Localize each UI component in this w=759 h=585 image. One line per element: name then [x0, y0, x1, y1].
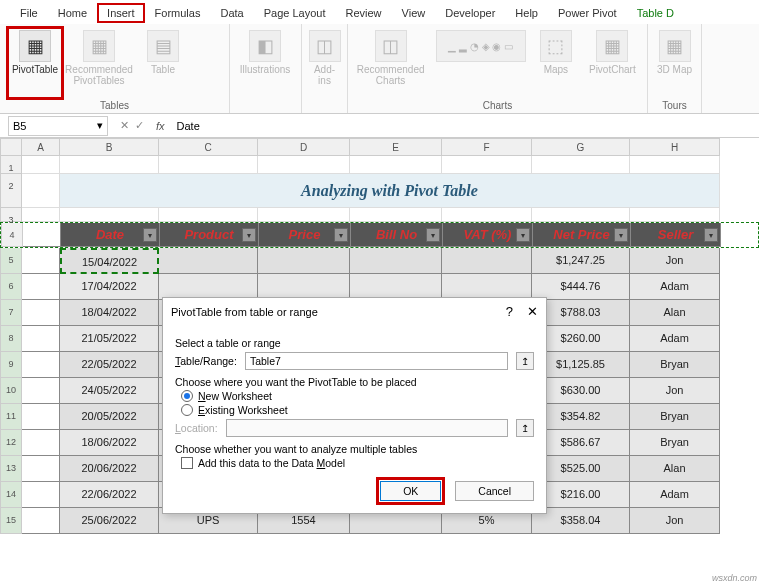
row-header-12[interactable]: 12 — [0, 430, 22, 456]
row-header-2[interactable]: 2 — [0, 174, 22, 208]
new-worksheet-radio[interactable]: New Worksheet — [181, 390, 534, 402]
row-header-1[interactable]: 1 — [0, 156, 22, 174]
col-header-F[interactable]: F — [442, 138, 532, 156]
table-header-netprice[interactable]: Net Price▾ — [533, 223, 631, 247]
addins-button[interactable]: ◫ Add- ins — [308, 26, 341, 111]
table-cell[interactable]: 18/04/2022 — [60, 300, 159, 326]
tab-table-design[interactable]: Table D — [627, 3, 684, 23]
col-header-G[interactable]: G — [532, 138, 630, 156]
pivot-chart-button[interactable]: ▦ PivotChart — [584, 26, 641, 100]
tab-help[interactable]: Help — [505, 3, 548, 23]
tab-review[interactable]: Review — [335, 3, 391, 23]
table-cell[interactable] — [159, 248, 258, 274]
tab-formulas[interactable]: Formulas — [145, 3, 211, 23]
table-range-input[interactable] — [245, 352, 508, 370]
cancel-formula-icon[interactable]: ✕ — [120, 119, 129, 132]
tab-file[interactable]: File — [10, 3, 48, 23]
tab-data[interactable]: Data — [210, 3, 253, 23]
table-cell[interactable]: Bryan — [630, 430, 720, 456]
row-header-5[interactable]: 5 — [0, 248, 22, 274]
fx-icon[interactable]: fx — [150, 120, 171, 132]
add-to-data-model-checkbox[interactable]: Add this data to the Data Model — [181, 457, 534, 469]
filter-product-icon[interactable]: ▾ — [242, 228, 256, 242]
title-cell[interactable]: Analyzing with Pivot Table — [60, 174, 720, 208]
dialog-close-icon[interactable]: ✕ — [527, 304, 538, 319]
tab-developer[interactable]: Developer — [435, 3, 505, 23]
filter-date-icon[interactable]: ▾ — [143, 228, 157, 242]
select-all-corner[interactable] — [0, 138, 22, 156]
recommended-pivot-tables-button[interactable]: ▦ Recommended PivotTables — [70, 26, 128, 100]
table-cell[interactable]: 22/05/2022 — [60, 352, 159, 378]
tab-home[interactable]: Home — [48, 3, 97, 23]
name-box-dropdown-icon[interactable]: ▾ — [97, 119, 103, 132]
row-header-14[interactable]: 14 — [0, 482, 22, 508]
collapse-location-icon[interactable]: ↥ — [516, 419, 534, 437]
col-header-A[interactable]: A — [22, 138, 60, 156]
table-cell[interactable]: 22/06/2022 — [60, 482, 159, 508]
table-cell[interactable]: Jon — [630, 248, 720, 274]
table-cell[interactable]: 20/05/2022 — [60, 404, 159, 430]
row-header-11[interactable]: 11 — [0, 404, 22, 430]
col-header-C[interactable]: C — [159, 138, 258, 156]
table-cell[interactable] — [350, 248, 442, 274]
table-header-date[interactable]: Date▾ — [61, 223, 160, 247]
col-header-D[interactable]: D — [258, 138, 350, 156]
table-cell[interactable]: 21/05/2022 — [60, 326, 159, 352]
table-cell[interactable]: 15/04/2022 — [60, 248, 159, 274]
row-header-6[interactable]: 6 — [0, 274, 22, 300]
row-header-4[interactable]: 4 — [1, 223, 23, 247]
table-cell[interactable]: Adam — [630, 326, 720, 352]
row-header-3[interactable]: 3 — [0, 208, 22, 222]
existing-worksheet-radio[interactable]: Existing Worksheet — [181, 404, 534, 416]
table-cell[interactable]: 20/06/2022 — [60, 456, 159, 482]
table-cell[interactable]: Jon — [630, 378, 720, 404]
dialog-help-icon[interactable]: ? — [506, 304, 513, 319]
filter-billno-icon[interactable]: ▾ — [426, 228, 440, 242]
table-header-seller[interactable]: Seller▾ — [631, 223, 721, 247]
table-cell[interactable]: $1,247.25 — [532, 248, 630, 274]
table-cell[interactable]: 24/05/2022 — [60, 378, 159, 404]
row-header-10[interactable]: 10 — [0, 378, 22, 404]
table-cell[interactable]: 18/06/2022 — [60, 430, 159, 456]
filter-seller-icon[interactable]: ▾ — [704, 228, 718, 242]
table-button[interactable]: ▤ Table — [134, 26, 192, 100]
row-header-7[interactable]: 7 — [0, 300, 22, 326]
table-cell[interactable]: Adam — [630, 482, 720, 508]
table-cell[interactable]: Bryan — [630, 352, 720, 378]
formula-input[interactable]: Date — [171, 120, 759, 132]
row-header-15[interactable]: 15 — [0, 508, 22, 534]
col-header-H[interactable]: H — [630, 138, 720, 156]
name-box[interactable]: B5 ▾ — [8, 116, 108, 136]
tab-view[interactable]: View — [392, 3, 436, 23]
tab-power-pivot[interactable]: Power Pivot — [548, 3, 627, 23]
row-header-8[interactable]: 8 — [0, 326, 22, 352]
table-cell[interactable]: Bryan — [630, 404, 720, 430]
enter-formula-icon[interactable]: ✓ — [135, 119, 144, 132]
pivot-table-button[interactable]: ▦ PivotTable — [6, 26, 64, 100]
table-cell[interactable]: Adam — [630, 274, 720, 300]
col-header-E[interactable]: E — [350, 138, 442, 156]
table-header-price[interactable]: Price▾ — [259, 223, 351, 247]
row-header-13[interactable]: 13 — [0, 456, 22, 482]
row-header-9[interactable]: 9 — [0, 352, 22, 378]
cancel-button[interactable]: Cancel — [455, 481, 534, 501]
recommended-charts-button[interactable]: ◫ Recommended Charts — [354, 26, 427, 100]
table-header-product[interactable]: Product▾ — [160, 223, 259, 247]
filter-vat-icon[interactable]: ▾ — [516, 228, 530, 242]
table-header-billno[interactable]: Bill No▾ — [351, 223, 443, 247]
maps-button[interactable]: ⬚ Maps — [534, 26, 578, 100]
three-d-map-button[interactable]: ▦ 3D Map — [654, 26, 695, 100]
illustrations-button[interactable]: ◧ Illustrations — [236, 26, 294, 111]
table-cell[interactable] — [442, 248, 532, 274]
table-cell[interactable]: 25/06/2022 — [60, 508, 159, 534]
ok-button[interactable]: OK — [380, 481, 441, 501]
tab-insert[interactable]: Insert — [97, 3, 145, 23]
chart-types[interactable]: ▁ ▂ ◔ ◈ ◉ ▭ — [433, 26, 528, 100]
filter-netprice-icon[interactable]: ▾ — [614, 228, 628, 242]
collapse-range-icon[interactable]: ↥ — [516, 352, 534, 370]
table-header-vat[interactable]: VAT (%)▾ — [443, 223, 533, 247]
col-header-B[interactable]: B — [60, 138, 159, 156]
table-cell[interactable] — [258, 248, 350, 274]
table-cell[interactable]: Alan — [630, 300, 720, 326]
table-cell[interactable]: Alan — [630, 456, 720, 482]
